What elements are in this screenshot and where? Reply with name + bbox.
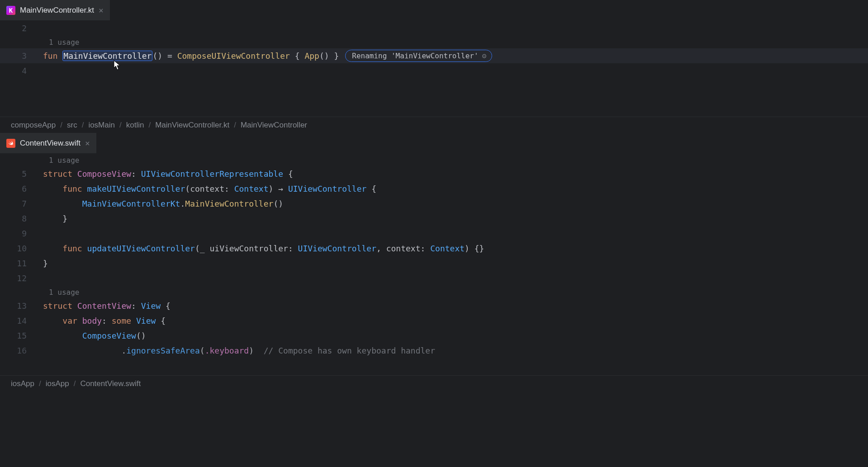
code-line-12[interactable]: 12: [0, 271, 868, 286]
tab-label: MainViewController.kt: [20, 6, 94, 15]
usage-hint[interactable]: 1 usage: [49, 154, 868, 166]
breadcrumb-segment[interactable]: iosMain: [88, 121, 115, 130]
usage-hint[interactable]: 1 usage: [49, 286, 868, 298]
bottom-editor-pane: ContentView.swift × 1 usage 5 struct Com…: [0, 133, 868, 392]
breadcrumb-segment[interactable]: MainViewController.kt: [155, 121, 229, 130]
breadcrumb-segment[interactable]: src: [67, 121, 77, 130]
close-icon[interactable]: ×: [99, 5, 104, 15]
usage-hint[interactable]: 1 usage: [49, 36, 868, 48]
tab-label: ContentView.swift: [20, 139, 81, 148]
tabbar-top: K MainViewController.kt ×: [0, 0, 868, 21]
rename-pill-label: Renaming 'MainViewController': [352, 52, 478, 60]
code-area-bottom[interactable]: 1 usage 5 struct ComposeView: UIViewCont…: [0, 154, 868, 375]
code-line-11[interactable]: 11 }: [0, 256, 868, 271]
gutter-line-number: 3: [0, 51, 43, 61]
rename-pill[interactable]: Renaming 'MainViewController' ⚙: [345, 50, 492, 62]
breadcrumb-bottom[interactable]: iosApp/ iosApp/ ContentView.swift: [0, 375, 868, 392]
breadcrumb-segment[interactable]: composeApp: [11, 121, 56, 130]
top-editor-pane: K MainViewController.kt × 2 1 usage 3 fu…: [0, 0, 868, 133]
close-icon[interactable]: ×: [85, 138, 90, 148]
code-line-14[interactable]: 14 var body: some View {: [0, 313, 868, 328]
tabbar-bottom: ContentView.swift ×: [0, 133, 868, 154]
rename-selection[interactable]: MainViewController: [62, 51, 152, 61]
code-line-5[interactable]: 5 struct ComposeView: UIViewControllerRe…: [0, 166, 868, 181]
kotlin-file-icon: K: [6, 6, 15, 15]
code-line-15[interactable]: 15 ComposeView(): [0, 328, 868, 343]
code-line-3[interactable]: 3 fun MainViewController() = ComposeUIVi…: [0, 48, 868, 63]
code-line-16[interactable]: 16 .ignoresSafeArea(.keyboard) // Compos…: [0, 343, 868, 358]
tab-contentview[interactable]: ContentView.swift ×: [0, 133, 97, 153]
code-line-10[interactable]: 10 func updateUIViewController(_ uiViewC…: [0, 241, 868, 256]
breadcrumb-segment[interactable]: MainViewController: [241, 121, 307, 130]
tab-mainviewcontroller[interactable]: K MainViewController.kt ×: [0, 0, 110, 20]
breadcrumb-segment[interactable]: kotlin: [126, 121, 144, 130]
code-line-9[interactable]: 9: [0, 226, 868, 241]
breadcrumb-segment[interactable]: iosApp: [46, 379, 69, 388]
breadcrumb-top[interactable]: composeApp/ src/ iosMain/ kotlin/ MainVi…: [0, 117, 868, 133]
gear-icon[interactable]: ⚙: [482, 52, 487, 60]
code-line-8[interactable]: 8 }: [0, 211, 868, 226]
code-line-7[interactable]: 7 MainViewControllerKt.MainViewControlle…: [0, 196, 868, 211]
breadcrumb-segment[interactable]: ContentView.swift: [80, 379, 141, 388]
code-area-top[interactable]: 2 1 usage 3 fun MainViewController() = C…: [0, 21, 868, 117]
swift-file-icon: [6, 139, 15, 148]
gutter-line-number: 2: [0, 24, 43, 33]
breadcrumb-segment[interactable]: iosApp: [11, 379, 34, 388]
code-line-6[interactable]: 6 func makeUIViewController(context: Con…: [0, 181, 868, 196]
gutter-line-number: 4: [0, 66, 43, 75]
code-line-13[interactable]: 13 struct ContentView: View {: [0, 298, 868, 313]
